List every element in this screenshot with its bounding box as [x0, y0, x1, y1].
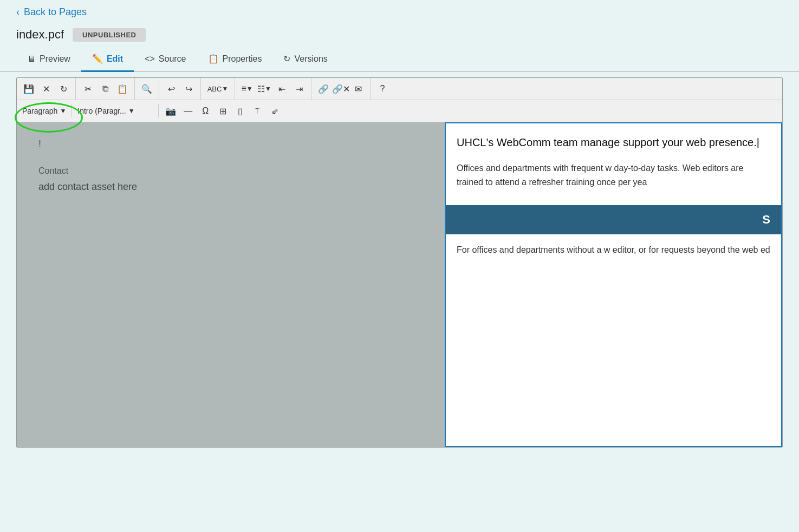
blue-bar-text: S [762, 213, 770, 226]
top-nav: ‹ Back to Pages [0, 0, 799, 22]
tab-versions[interactable]: ↻ Versions [272, 48, 338, 72]
preview-icon: 🖥 [27, 54, 36, 64]
source-icon: <> [145, 54, 155, 64]
contact-asset-placeholder: add contact asset here [38, 181, 423, 193]
insert-image-button[interactable]: 📷 [162, 102, 179, 120]
cancel-button[interactable]: ✕ [37, 80, 55, 97]
spellcheck-button[interactable]: ABC ▼ [204, 80, 231, 97]
content-area: ! Contact add contact asset here UHCL's … [17, 122, 782, 447]
back-arrow-icon: ‹ [16, 6, 20, 18]
style-select[interactable]: Intro (Paragr... ▼ [72, 104, 159, 117]
find-button[interactable]: 🔍 [138, 80, 155, 97]
left-panel[interactable]: ! Contact add contact asset here [17, 122, 445, 447]
tab-properties[interactable]: 📋 Properties [197, 48, 273, 72]
tab-source[interactable]: <> Source [134, 49, 197, 72]
style-chevron-icon: ▼ [128, 107, 135, 115]
toolbar-group-find: 🔍 [135, 78, 159, 100]
undo-button[interactable]: ↩ [163, 80, 180, 97]
status-badge: UNPUBLISHED [73, 28, 146, 42]
crop-button[interactable]: ⍑ [249, 102, 266, 120]
contact-label: Contact [38, 166, 423, 176]
ordered-list-button[interactable]: ☷ ▼ [256, 80, 273, 97]
versions-icon: ↻ [283, 54, 290, 64]
right-panel-blue-bar: S [446, 205, 781, 234]
toolbar-group-spellcheck: ABC ▼ [201, 78, 235, 100]
tab-properties-label: Properties [223, 54, 262, 64]
indent-button[interactable]: ⇥ [290, 80, 308, 97]
remove-link-button[interactable]: 🔗✕ [332, 80, 349, 97]
insert-symbol-button[interactable]: Ω [197, 102, 214, 120]
help-button[interactable]: ? [374, 80, 391, 97]
toolbar-group-links: 🔗 🔗✕ ✉ [311, 78, 371, 100]
tab-preview-label: Preview [40, 54, 70, 64]
fullscreen-button[interactable]: ⇙ [266, 102, 283, 120]
insert-hr-button[interactable]: — [179, 102, 197, 120]
back-to-pages-label: Back to Pages [24, 6, 87, 18]
paragraph-select-label: Paragraph [22, 107, 57, 115]
exclamation-mark: ! [38, 139, 423, 150]
tab-preview[interactable]: 🖥 Preview [16, 49, 81, 72]
style-select-label: Intro (Paragr... [77, 107, 126, 115]
save-button[interactable]: 💾 [20, 80, 37, 97]
redo-button[interactable]: ↪ [180, 80, 197, 97]
cut-button[interactable]: ✂ [79, 80, 96, 97]
tab-edit-label: Edit [107, 54, 123, 64]
right-panel-body-text2: For offices and departments without a w … [457, 243, 770, 257]
restore-button[interactable]: ↻ [55, 80, 72, 97]
outdent-button[interactable]: ⇤ [273, 80, 290, 97]
right-panel[interactable]: UHCL's WebComm team manage support your … [445, 122, 782, 447]
file-name: index.pcf [16, 28, 64, 42]
copy-button[interactable]: ⧉ [96, 80, 114, 97]
puzzle-button[interactable]: ▯ [231, 102, 249, 120]
edit-icon: ✏️ [92, 54, 103, 64]
paragraph-select[interactable]: Paragraph ▼ [17, 104, 72, 117]
tab-source-label: Source [159, 54, 186, 64]
toolbar-row1: 💾 ✕ ↻ ✂ ⧉ 📋 🔍 ↩ ↪ ABC ▼ ≡ ▼ ☷ ▼ ⇤ ⇥ 🔗 🔗✕ [17, 78, 782, 100]
right-panel-body-text1: Offices and departments with frequent w … [457, 161, 770, 189]
insert-email-button[interactable]: ✉ [349, 80, 367, 97]
tab-versions-label: Versions [294, 54, 327, 64]
paste-button[interactable]: 📋 [114, 80, 131, 97]
paragraph-chevron-icon: ▼ [60, 107, 66, 115]
toolbar-group-help: ? [371, 78, 394, 100]
toolbar-group-lists: ≡ ▼ ☷ ▼ ⇤ ⇥ [235, 78, 311, 100]
properties-icon: 📋 [208, 54, 219, 64]
tab-edit[interactable]: ✏️ Edit [81, 48, 134, 72]
toolbar-group-clipboard: ✂ ⧉ 📋 [76, 78, 135, 100]
tab-bar: 🖥 Preview ✏️ Edit <> Source 📋 Properties… [0, 48, 799, 72]
insert-link-button[interactable]: 🔗 [315, 80, 332, 97]
toolbar-row2: Paragraph ▼ Intro (Paragr... ▼ 📷 — Ω ⊞ ▯… [17, 100, 782, 122]
file-info-bar: index.pcf UNPUBLISHED [0, 22, 799, 48]
paragraph-select-wrapper: Paragraph ▼ [17, 104, 72, 117]
toolbar-group-undoredo: ↩ ↪ [159, 78, 201, 100]
back-to-pages-link[interactable]: ‹ Back to Pages [16, 6, 87, 18]
toolbar-group-insert: 📷 — Ω ⊞ ▯ ⍑ ⇙ [159, 100, 287, 122]
unordered-list-button[interactable]: ≡ ▼ [238, 80, 256, 97]
editor-wrapper: 💾 ✕ ↻ ✂ ⧉ 📋 🔍 ↩ ↪ ABC ▼ ≡ ▼ ☷ ▼ ⇤ ⇥ 🔗 🔗✕ [16, 77, 783, 448]
table-button[interactable]: ⊞ [214, 102, 231, 120]
toolbar-group-save: 💾 ✕ ↻ [17, 78, 76, 100]
right-panel-heading-text: UHCL's WebComm team manage support your … [457, 134, 770, 150]
